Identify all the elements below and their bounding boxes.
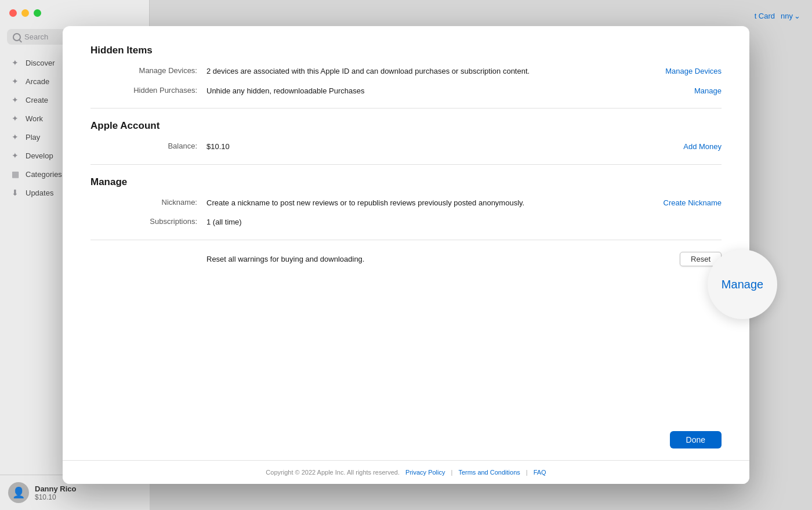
sidebar-item-label: Work [26,114,43,123]
hidden-purchases-label: Hidden Purchases: [90,85,206,95]
reset-description: Reset all warnings for buying and downlo… [206,255,629,263]
nickname-row: Nickname: Create a nickname to post new … [90,197,722,209]
terms-conditions-link[interactable]: Terms and Conditions [458,469,520,476]
balance-row: Balance: $10.10 Add Money [90,141,722,153]
discover-icon: ✦ [10,58,20,67]
search-label: Search [24,32,48,41]
sidebar-item-label: Create [26,96,48,104]
nickname-description: Create a nickname to post new reviews or… [206,197,629,209]
reset-row: Reset all warnings for buying and downlo… [90,252,722,266]
develop-icon: ✦ [10,151,20,160]
play-icon: ✦ [10,132,20,142]
done-button[interactable]: Done [670,431,722,448]
divider-2 [90,164,722,165]
create-nickname-action: Create Nickname [629,197,722,208]
hidden-purchases-action: Manage [629,85,722,96]
search-icon [13,33,21,41]
categories-icon: ▦ [10,169,20,179]
user-name: Danny Rico [35,484,77,493]
manage-devices-link[interactable]: Manage Devices [665,67,722,75]
reset-action: Reset [629,252,722,266]
subscriptions-value: 1 (all time) [206,216,629,228]
manage-bubble-text: Manage [722,278,763,291]
subscriptions-label: Subscriptions: [90,216,206,226]
hidden-purchases-description: Unhide any hidden, redownloadable Purcha… [206,85,629,97]
avatar: 👤 [8,482,29,503]
sidebar-item-label: Categories [26,170,62,179]
sidebar-item-label: Develop [26,151,53,160]
manage-devices-action: Manage Devices [629,66,722,76]
divider-3 [90,240,722,240]
apple-account-title: Apple Account [90,120,722,132]
separator-2: | [526,469,528,476]
balance-label: Balance: [90,141,206,150]
copyright-text: Copyright © 2022 Apple Inc. All rights r… [266,469,400,476]
create-icon: ✦ [10,95,20,104]
account-button[interactable]: nny ⌄ [781,12,800,20]
close-button[interactable] [9,9,17,17]
top-right-area: t Card nny ⌄ [755,12,800,20]
modal-footer: Done [63,424,749,460]
user-balance: $10.10 [35,493,77,501]
hidden-purchases-row: Hidden Purchases: Unhide any hidden, red… [90,85,722,97]
manage-title: Manage [90,176,722,188]
add-money-link[interactable]: Add Money [683,142,722,151]
arcade-icon: ✦ [10,77,20,86]
work-icon: ✦ [10,114,20,123]
manage-section: Manage Nickname: Create a nickname to po… [90,176,722,228]
gift-card-button[interactable]: t Card [755,12,775,20]
sidebar-item-label: Updates [26,189,53,197]
manage-bubble: Manage [708,249,777,319]
sidebar-item-label: Arcade [26,77,49,86]
hidden-purchases-link[interactable]: Manage [694,86,722,95]
apple-account-section: Apple Account Balance: $10.10 Add Money [90,120,722,153]
divider-1 [90,108,722,108]
hidden-items-title: Hidden Items [90,45,722,56]
manage-devices-row: Manage Devices: 2 devices are associated… [90,66,722,77]
faq-link[interactable]: FAQ [534,469,546,476]
nickname-label: Nickname: [90,197,206,207]
separator-1: | [451,469,453,476]
maximize-button[interactable] [34,9,41,17]
sidebar-item-label: Discover [26,59,55,67]
chevron-down-icon: ⌄ [794,12,800,20]
privacy-policy-link[interactable]: Privacy Policy [405,469,445,476]
balance-value: $10.10 [206,141,629,153]
modal-bottom-footer: Copyright © 2022 Apple Inc. All rights r… [63,460,749,484]
hidden-items-section: Hidden Items Manage Devices: 2 devices a… [90,45,722,96]
user-info: Danny Rico $10.10 [35,484,77,501]
create-nickname-link[interactable]: Create Nickname [664,198,722,207]
modal-dialog: Hidden Items Manage Devices: 2 devices a… [63,26,749,484]
manage-devices-label: Manage Devices: [90,66,206,75]
sidebar-item-label: Play [26,133,40,142]
modal-content: Hidden Items Manage Devices: 2 devices a… [63,26,749,424]
traffic-lights [9,9,41,17]
updates-icon: ⬇ [10,188,20,197]
manage-devices-description: 2 devices are associated with this Apple… [206,66,629,77]
add-money-action: Add Money [629,141,722,151]
minimize-button[interactable] [21,9,29,17]
subscriptions-row: Subscriptions: 1 (all time) [90,216,722,228]
